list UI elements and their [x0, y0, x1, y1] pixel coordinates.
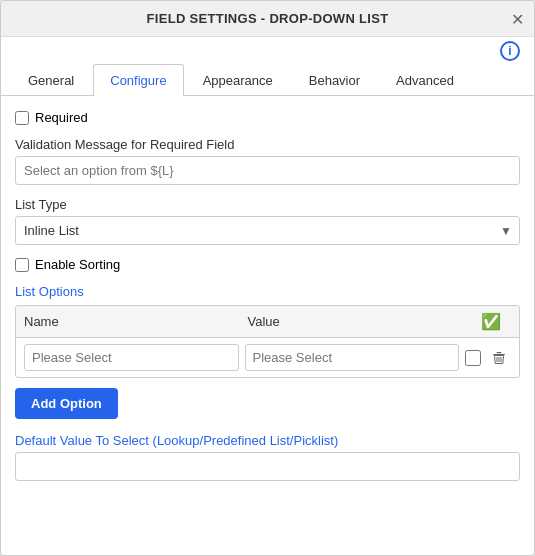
- modal-title: FIELD SETTINGS - DROP-DOWN LIST: [147, 11, 389, 26]
- validation-row: Validation Message for Required Field: [15, 137, 520, 185]
- tab-advanced[interactable]: Advanced: [379, 64, 471, 96]
- list-type-select[interactable]: Inline List: [15, 216, 520, 245]
- validation-label: Validation Message for Required Field: [15, 137, 520, 152]
- row-checkbox[interactable]: [465, 350, 481, 366]
- required-checkbox[interactable]: [15, 111, 29, 125]
- options-table: Name Value ✅: [15, 305, 520, 378]
- delete-row-button[interactable]: [487, 348, 511, 368]
- options-table-header: Name Value ✅: [16, 306, 519, 338]
- row-value-input[interactable]: [245, 344, 460, 371]
- add-option-button[interactable]: Add Option: [15, 388, 118, 419]
- list-options-section: List Options Name Value ✅: [15, 284, 520, 419]
- enable-sorting-label: Enable Sorting: [35, 257, 120, 272]
- list-type-label: List Type: [15, 197, 520, 212]
- trash-icon: [491, 350, 507, 366]
- tab-configure[interactable]: Configure: [93, 64, 183, 96]
- close-button[interactable]: ✕: [511, 9, 524, 28]
- modal-header: FIELD SETTINGS - DROP-DOWN LIST ✕: [1, 1, 534, 37]
- tab-general[interactable]: General: [11, 64, 91, 96]
- tab-behavior[interactable]: Behavior: [292, 64, 377, 96]
- enable-sorting-checkbox[interactable]: [15, 258, 29, 272]
- modal: FIELD SETTINGS - DROP-DOWN LIST ✕ i Gene…: [0, 0, 535, 556]
- row-name-input[interactable]: [24, 344, 239, 371]
- col-name-header: Name: [24, 314, 248, 329]
- list-options-header: List Options: [15, 284, 520, 299]
- list-type-row: List Type Inline List ▼: [15, 197, 520, 245]
- col-value-header: Value: [248, 314, 472, 329]
- required-row: Required: [15, 110, 520, 125]
- enable-sorting-row: Enable Sorting: [15, 257, 520, 272]
- default-value-label: Default Value To Select (Lookup/Predefin…: [15, 433, 520, 448]
- table-row: [16, 338, 519, 377]
- validation-input[interactable]: [15, 156, 520, 185]
- col-check-header: ✅: [471, 312, 511, 331]
- svg-rect-1: [497, 352, 502, 353]
- tab-appearance[interactable]: Appearance: [186, 64, 290, 96]
- required-label: Required: [35, 110, 88, 125]
- green-check-icon: ✅: [481, 312, 501, 331]
- modal-body: ❮ App Data Required Validation Message f…: [1, 96, 534, 555]
- tabs-bar: General Configure Appearance Behavior Ad…: [1, 63, 534, 96]
- info-icon[interactable]: i: [500, 41, 520, 61]
- default-value-input[interactable]: [15, 452, 520, 481]
- info-row: i: [1, 37, 534, 63]
- list-type-wrapper: Inline List ▼: [15, 216, 520, 245]
- default-value-section: Default Value To Select (Lookup/Predefin…: [15, 433, 520, 481]
